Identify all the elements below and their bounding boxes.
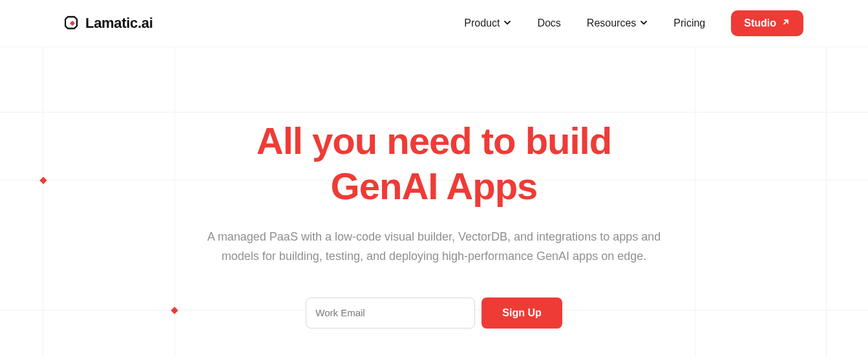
nav-product[interactable]: Product <box>464 17 511 29</box>
chevron-down-icon <box>503 17 511 29</box>
nav-product-label: Product <box>464 17 500 29</box>
hero-title-line1: All you need to build <box>257 120 611 162</box>
signup-row: Sign Up <box>0 298 868 329</box>
nav-docs[interactable]: Docs <box>537 17 560 29</box>
signup-button[interactable]: Sign Up <box>482 298 562 329</box>
arrow-up-right-icon <box>781 17 790 29</box>
nav-right: Product Docs Resources Pricing Studio <box>464 10 803 36</box>
nav-resources-label: Resources <box>587 17 636 29</box>
svg-rect-0 <box>70 21 75 26</box>
brand-logo[interactable]: Lamatic.ai <box>65 15 153 32</box>
hero-title-line2: GenAI Apps <box>331 165 538 207</box>
brand-logo-icon <box>65 16 80 31</box>
nav-pricing[interactable]: Pricing <box>673 17 705 29</box>
nav-pricing-label: Pricing <box>673 17 705 29</box>
studio-button-label: Studio <box>744 17 776 29</box>
nav-resources[interactable]: Resources <box>587 17 648 29</box>
chevron-down-icon <box>640 17 648 29</box>
hero-title: All you need to build GenAI Apps <box>0 118 868 208</box>
email-input[interactable] <box>306 298 475 329</box>
top-nav: Lamatic.ai Product Docs Resources Pricin… <box>0 0 868 47</box>
studio-button[interactable]: Studio <box>731 10 803 36</box>
brand-name: Lamatic.ai <box>85 15 153 32</box>
hero-subtitle: A managed PaaS with a low-code visual bu… <box>202 228 667 266</box>
hero-section: All you need to build GenAI Apps A manag… <box>0 47 868 329</box>
nav-docs-label: Docs <box>537 17 560 29</box>
